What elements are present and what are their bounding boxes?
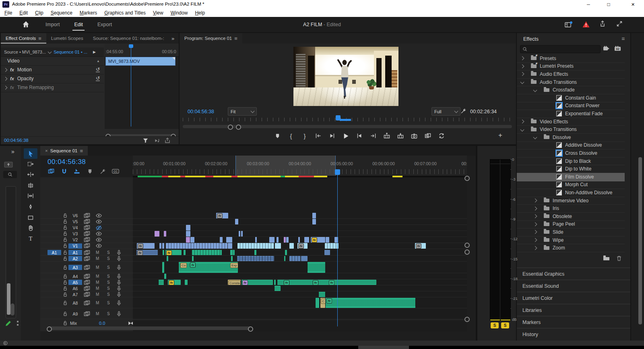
lock-icon[interactable] <box>62 274 68 279</box>
minimize-button[interactable]: ─ <box>578 0 599 9</box>
ec-timecode[interactable]: 00:04:56:38 <box>4 138 29 143</box>
transport-pent-button[interactable] <box>271 131 283 141</box>
track-name-v4[interactable]: V4 <box>68 225 82 231</box>
track-name-a4[interactable]: A4 <box>68 274 82 279</box>
chevron-right-icon[interactable] <box>533 246 537 250</box>
clip[interactable] <box>316 298 319 308</box>
effects-tree-item-film-dissolve[interactable]: Film Dissolve <box>517 173 625 181</box>
clip[interactable] <box>312 219 316 224</box>
ec-effect-opacity[interactable]: fxOpacity↺ <box>1 74 104 83</box>
transport-compare-button[interactable] <box>422 131 434 141</box>
mute-button[interactable]: M <box>96 256 99 261</box>
track-name-v5[interactable]: V5 <box>68 219 82 224</box>
tool-pen-button[interactable] <box>21 202 40 212</box>
track-name-v2[interactable]: V2 <box>68 237 82 243</box>
effects-tree-item-constant-gain[interactable]: Constant Gain <box>517 94 625 102</box>
track-header-a2[interactable]: A2MS <box>40 256 133 261</box>
filter-icon[interactable] <box>142 137 149 143</box>
new-bin-icon[interactable] <box>603 255 610 261</box>
effects-tree-item-exponential-fade[interactable]: Exponential Fade <box>517 110 625 118</box>
panel-header-lumetri-color[interactable]: Lumetri Color <box>517 292 630 304</box>
tool-hand-button[interactable] <box>21 223 40 233</box>
clip[interactable] <box>186 237 190 243</box>
track-header-a5[interactable]: A5MS <box>40 280 133 285</box>
track-header-v6[interactable]: V6 <box>40 213 133 218</box>
scroll-handle[interactable] <box>464 243 470 248</box>
chevron-right-icon[interactable] <box>4 77 8 81</box>
effects-tree-item-zoom[interactable]: Zoom <box>517 244 625 252</box>
effects-tree-item-video-effects[interactable]: Video Effects <box>517 118 625 126</box>
chevron-right-icon[interactable] <box>520 64 524 68</box>
clip[interactable] <box>184 250 186 255</box>
transport-goin-button[interactable] <box>312 131 324 141</box>
mute-button[interactable]: M <box>96 265 99 270</box>
panel-header-markers[interactable]: Markers <box>517 316 630 328</box>
timeline-h-scrollbar[interactable] <box>48 326 252 330</box>
track-name-a9[interactable]: A9 <box>68 311 82 316</box>
ec-source-label[interactable]: Source • MVI_9873... <box>4 50 46 54</box>
program-timecode[interactable]: 00:04:56:38 <box>188 109 214 114</box>
voiceover-record-icon[interactable] <box>116 311 122 317</box>
timeline-timecode[interactable]: 00:04:56:38 <box>47 158 86 166</box>
edit-pencil-icon[interactable] <box>5 320 12 327</box>
effects-tree-item-page-peel[interactable]: Page Peel <box>517 220 625 229</box>
voiceover-record-icon[interactable] <box>116 264 122 270</box>
source-patch-a1[interactable]: A1 <box>47 250 61 255</box>
effects-scrollbar-thumb[interactable] <box>638 157 642 324</box>
voiceover-record-icon[interactable] <box>116 273 122 279</box>
track-name-v1[interactable]: V1 <box>68 243 82 249</box>
mute-button[interactable]: M <box>96 280 99 285</box>
clip[interactable] <box>226 237 232 243</box>
panel-overflow-chevrons[interactable]: » <box>171 35 174 42</box>
clip[interactable] <box>301 256 308 261</box>
mute-button[interactable]: M <box>96 292 99 297</box>
toggle-track-output-icon[interactable] <box>96 243 102 249</box>
track-lane-a9[interactable] <box>133 309 467 319</box>
clip[interactable] <box>230 250 235 255</box>
clip[interactable] <box>164 274 166 279</box>
clip[interactable] <box>231 256 233 261</box>
clip[interactable] <box>159 280 164 285</box>
track-header-a3[interactable]: A3MS <box>40 262 133 273</box>
clip[interactable] <box>155 231 159 237</box>
track-lane-a5[interactable]: fxConstafxfxfxfx <box>133 280 467 285</box>
clip[interactable]: fx <box>415 243 426 249</box>
clip[interactable] <box>159 243 161 249</box>
voiceover-record-icon[interactable] <box>116 285 122 291</box>
close-tab-icon[interactable]: × <box>45 148 48 153</box>
track-header-v2[interactable]: V2 <box>40 237 133 243</box>
ec-clip-bar[interactable]: MVI_9873.MOV <box>105 57 175 66</box>
lock-icon[interactable] <box>62 320 68 326</box>
track-header-a1[interactable]: A1A1MS <box>40 250 133 255</box>
track-header-a9[interactable]: A9MS <box>40 309 133 319</box>
track-lane-v4[interactable] <box>133 225 467 231</box>
solo-button[interactable]: S <box>107 301 110 305</box>
transport-braceL-button[interactable]: { <box>285 131 297 141</box>
transport-stepf-button[interactable] <box>353 131 365 141</box>
nest-source-icon[interactable] <box>84 219 90 224</box>
toggle-track-output-icon[interactable] <box>96 213 102 218</box>
solo-right-button[interactable]: S <box>501 322 509 328</box>
mini-search-box[interactable] <box>3 171 17 178</box>
track-lane-v2[interactable]: fx <box>133 237 467 243</box>
track-lane-a4[interactable] <box>133 274 467 279</box>
clip[interactable]: Consta <box>228 280 241 285</box>
solo-left-button[interactable]: S <box>491 322 499 328</box>
track-header-mix[interactable]: Mix0.0 <box>40 320 133 326</box>
clip[interactable] <box>277 237 279 243</box>
clip[interactable]: fx <box>216 213 228 218</box>
fullscreen-icon[interactable] <box>616 21 623 27</box>
tab-sequence[interactable]: × Sequence 01 ≡ <box>40 146 88 156</box>
mute-button[interactable]: M <box>96 312 99 316</box>
ec-effect-motion[interactable]: fxMotion↺ <box>1 65 104 75</box>
dots-icon[interactable] <box>17 324 19 326</box>
solo-button[interactable]: S <box>107 292 110 297</box>
delete-icon[interactable] <box>616 255 622 262</box>
clip[interactable] <box>237 256 274 261</box>
clip[interactable] <box>166 243 227 249</box>
toggle-track-output-icon[interactable] <box>96 231 102 237</box>
chevron-right-icon[interactable] <box>533 199 537 203</box>
chevron-right-icon[interactable] <box>533 230 537 234</box>
clip[interactable]: fx <box>168 280 181 285</box>
effects-tree-item-slide[interactable]: Slide <box>517 228 625 237</box>
